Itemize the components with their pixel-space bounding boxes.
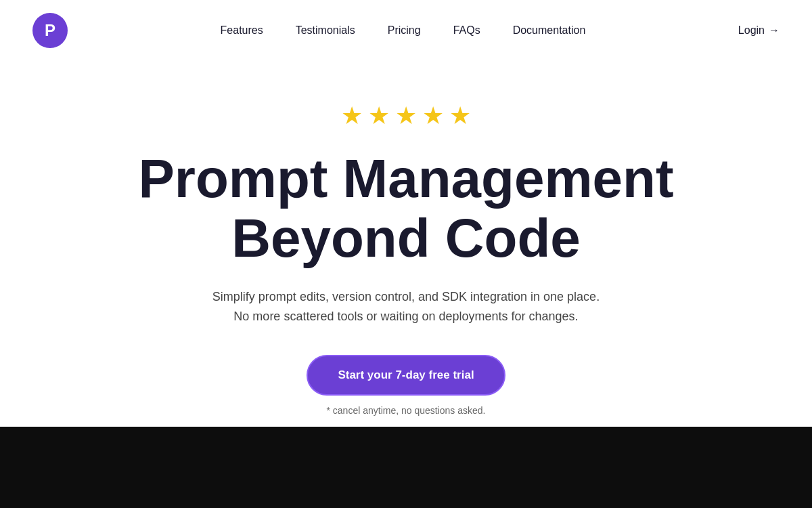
cta-button[interactable]: Start your 7-day free trial [307,355,505,396]
headline-line2: Beyond Code [231,208,581,268]
main-nav: Features Testimonials Pricing FAQs Docum… [221,24,586,37]
hero-subtitle: Simplify prompt edits, version control, … [203,287,609,326]
star-3: ★ [395,102,417,130]
star-rating: ★ ★ ★ ★ ★ [341,102,471,130]
nav-item-features[interactable]: Features [221,24,263,37]
star-2: ★ [368,102,390,130]
login-label: Login [738,24,765,37]
nav-item-faqs[interactable]: FAQs [453,24,480,37]
nav-item-testimonials[interactable]: Testimonials [296,24,355,37]
star-1: ★ [341,102,363,130]
star-4: ★ [422,102,444,130]
cancel-note: * cancel anytime, no questions asked. [326,405,485,416]
star-5: ★ [449,102,471,130]
hero-section: ★ ★ ★ ★ ★ Prompt Management Beyond Code … [0,61,812,443]
logo[interactable]: P [32,13,68,48]
hero-headline: Prompt Management Beyond Code [138,149,673,268]
dark-footer-bar [0,427,812,508]
login-arrow: → [769,24,780,37]
nav-item-documentation[interactable]: Documentation [513,24,586,37]
login-link[interactable]: Login → [738,24,780,37]
nav-item-pricing[interactable]: Pricing [388,24,421,37]
logo-letter: P [45,21,55,40]
headline-line1: Prompt Management [138,148,673,209]
header: P Features Testimonials Pricing FAQs Doc… [0,0,812,61]
